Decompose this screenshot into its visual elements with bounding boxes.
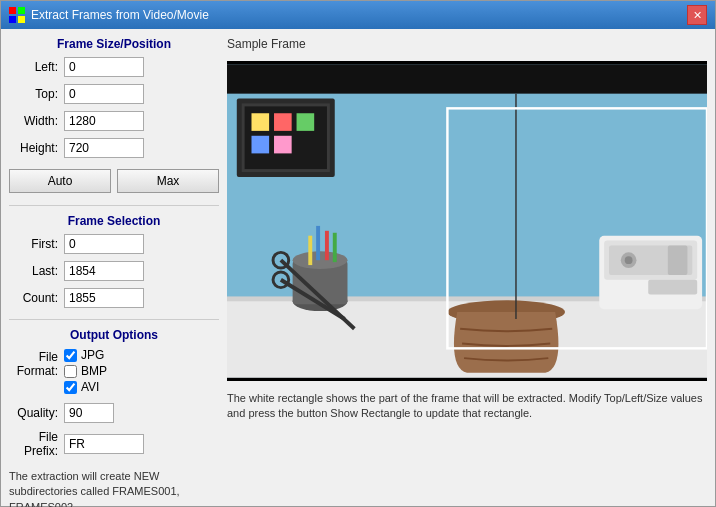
format-checkboxes: JPG BMP AVI [64,348,107,396]
title-bar-text: Extract Frames from Video/Movie [31,8,209,22]
svg-rect-10 [251,113,269,131]
svg-rect-11 [274,113,292,131]
bmp-checkbox-row: BMP [64,364,107,378]
extraction-note: The extraction will create NEW subdirect… [9,469,219,507]
file-format-label: File Format: [9,348,64,378]
max-button[interactable]: Max [117,169,219,193]
svg-rect-22 [325,231,329,260]
svg-rect-1 [18,7,25,14]
svg-rect-35 [668,245,688,274]
output-options-label: Output Options [9,328,219,342]
svg-rect-13 [251,136,269,154]
bmp-label: BMP [81,364,107,378]
first-row: First: [9,234,219,254]
top-input[interactable] [64,84,144,104]
caption-text: The white rectangle shows the part of th… [227,391,707,422]
close-button[interactable]: ✕ [687,5,707,25]
top-label: Top: [9,87,64,101]
file-prefix-input[interactable] [64,434,144,454]
main-content: Frame Size/Position Left: Top: Width: He… [1,29,715,507]
svg-rect-12 [297,113,315,131]
frame-selection-label: Frame Selection [9,214,219,228]
width-input[interactable] [64,111,144,131]
first-label: First: [9,237,64,251]
height-label: Height: [9,141,64,155]
svg-point-34 [625,256,633,264]
width-label: Width: [9,114,64,128]
svg-rect-20 [308,236,312,265]
avi-checkbox-row: AVI [64,380,107,394]
left-panel: Frame Size/Position Left: Top: Width: He… [9,37,219,507]
frame-size-label: Frame Size/Position [9,37,219,51]
file-prefix-label: File Prefix: [9,430,64,458]
svg-rect-21 [316,226,320,260]
jpg-checkbox-row: JPG [64,348,107,362]
svg-rect-32 [648,280,697,295]
svg-rect-3 [18,16,25,23]
auto-button[interactable]: Auto [9,169,111,193]
main-window: Extract Frames from Video/Movie ✕ Frame … [0,0,716,507]
left-label: Left: [9,60,64,74]
quality-row: Quality: [9,403,219,423]
height-input[interactable] [64,138,144,158]
app-icon [9,7,25,23]
count-input[interactable] [64,288,144,308]
svg-rect-14 [274,136,292,154]
top-row: Top: [9,84,219,104]
last-row: Last: [9,261,219,281]
first-input[interactable] [64,234,144,254]
svg-rect-23 [333,233,337,262]
svg-rect-5 [227,64,707,93]
count-label: Count: [9,291,64,305]
right-panel: Sample Frame [227,37,707,507]
avi-label: AVI [81,380,99,394]
svg-rect-2 [9,16,16,23]
width-row: Width: [9,111,219,131]
quality-label: Quality: [9,406,64,420]
count-row: Count: [9,288,219,308]
auto-max-row: Auto Max [9,169,219,193]
quality-input[interactable] [64,403,114,423]
svg-rect-0 [9,7,16,14]
jpg-checkbox[interactable] [64,349,77,362]
left-row: Left: [9,57,219,77]
file-format-section: File Format: JPG BMP AVI [9,348,219,396]
bmp-checkbox[interactable] [64,365,77,378]
sample-frame-label: Sample Frame [227,37,707,51]
title-bar: Extract Frames from Video/Movie ✕ [1,1,715,29]
sample-frame-image [227,61,707,381]
file-prefix-row: File Prefix: [9,430,219,458]
left-input[interactable] [64,57,144,77]
last-label: Last: [9,264,64,278]
height-row: Height: [9,138,219,158]
avi-checkbox[interactable] [64,381,77,394]
jpg-label: JPG [81,348,104,362]
last-input[interactable] [64,261,144,281]
title-bar-left: Extract Frames from Video/Movie [9,7,209,23]
